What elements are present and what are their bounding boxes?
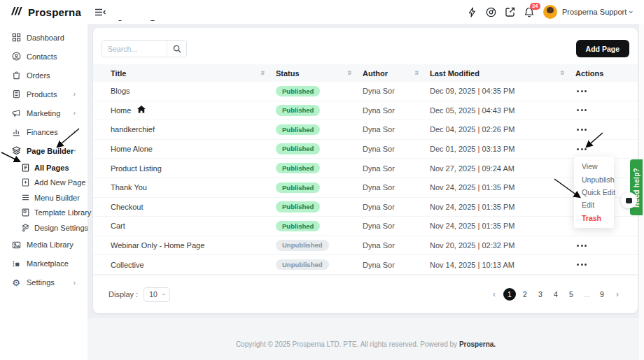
- page-button-4[interactable]: 4: [550, 288, 562, 301]
- template-card-icon: [21, 208, 29, 217]
- page-button-1[interactable]: 1: [503, 288, 516, 301]
- menu-item-edit[interactable]: Edit: [574, 199, 614, 211]
- dashboard-grid-icon: [11, 33, 21, 42]
- row-actions-ellipsis-icon[interactable]: [575, 242, 588, 250]
- external-link-icon[interactable]: [505, 7, 515, 17]
- bolt-icon[interactable]: [468, 7, 477, 17]
- menu-item-view[interactable]: View: [574, 160, 614, 173]
- table-row: Product Listing Published Dyna Sor Nov 2…: [93, 159, 638, 178]
- sidebar-item-media-library[interactable]: Media Library: [0, 236, 88, 254]
- sidebar-item-marketing[interactable]: Marketing ›: [0, 103, 88, 122]
- status-badge: Published: [276, 143, 320, 154]
- page-button-5[interactable]: 5: [565, 288, 578, 301]
- row-actions-ellipsis-icon[interactable]: [575, 145, 588, 153]
- next-page-button[interactable]: ›: [611, 288, 624, 301]
- contacts-person-icon: [11, 52, 21, 61]
- sidebar-item-products[interactable]: Products ›: [0, 85, 88, 103]
- row-actions-ellipsis-icon[interactable]: [575, 261, 588, 268]
- sidebar-item-orders[interactable]: Orders: [0, 66, 88, 85]
- sidebar-item-template-library[interactable]: Template Library: [0, 206, 88, 221]
- prosperna-logo-icon: [11, 7, 23, 17]
- search-input[interactable]: [102, 41, 167, 57]
- status-badge: Unpublished: [276, 259, 329, 271]
- add-page-button[interactable]: Add Page: [576, 40, 629, 57]
- status-badge: Unpublished: [276, 240, 329, 251]
- page-button-2[interactable]: 2: [519, 288, 531, 301]
- prev-page-button[interactable]: ‹: [488, 288, 500, 301]
- sort-icon[interactable]: [260, 70, 265, 76]
- file-icon: [21, 164, 29, 172]
- row-actions-menu: View Unpublish Quick Edit Edit Trash: [574, 157, 614, 228]
- marketplace-store-icon: [11, 259, 21, 268]
- sidebar-item-page-builder[interactable]: Page Builder ›: [0, 141, 88, 160]
- sidebar-item-menu-builder[interactable]: Menu Builder: [0, 190, 88, 206]
- chevron-right-icon: ›: [74, 90, 76, 98]
- chevron-right-icon: ›: [74, 279, 76, 287]
- table-row: Checkout Published Dyna Sor Nov 24, 2025…: [93, 198, 638, 217]
- top-bar: Prosperna 24 Prosperna Support ›: [0, 0, 644, 24]
- table-row: Blogs Published Dyna Sor Dec 09, 2025 | …: [93, 82, 638, 101]
- sidebar-item-add-new-page[interactable]: Add New Page: [0, 175, 88, 191]
- status-badge: Published: [276, 86, 320, 97]
- user-name: Prosperna Support: [562, 8, 626, 16]
- table-header: Title Status Author Last Modified Action…: [93, 64, 638, 82]
- row-actions-ellipsis-icon[interactable]: [575, 87, 588, 95]
- column-last-modified[interactable]: Last Modified: [430, 69, 575, 78]
- table-row: handkerchief Published Dyna Sor Dec 04, …: [93, 120, 638, 140]
- logo[interactable]: Prosperna: [0, 6, 88, 18]
- table-row: Collective Unpublished Dyna Sor Nov 14, …: [93, 255, 638, 275]
- sidebar-item-design-settings[interactable]: Design Settings: [0, 220, 88, 236]
- status-badge: Published: [276, 105, 320, 116]
- sort-icon[interactable]: [414, 70, 419, 76]
- page-builder-submenu: All Pages Add New Page Menu Builder Temp…: [0, 160, 88, 236]
- page-button-3[interactable]: 3: [534, 288, 547, 301]
- settings-gear-icon: ⚙: [11, 278, 21, 287]
- footer-strip: [88, 318, 644, 360]
- status-badge: Published: [276, 221, 320, 232]
- chevron-down-icon: ›: [71, 150, 78, 152]
- pages-table-card: Add Page Title Status Author Last Modifi…: [93, 28, 638, 313]
- footer-brand: Prosperna.: [459, 340, 496, 348]
- chat-bubble-icon[interactable]: [621, 192, 637, 208]
- column-title[interactable]: Title: [111, 69, 276, 78]
- sidebar-item-contacts[interactable]: Contacts: [0, 47, 88, 66]
- menu-item-quick-edit[interactable]: Quick Edit: [574, 186, 614, 199]
- sidebar-item-finances[interactable]: Finances ›: [0, 122, 88, 141]
- sidebar-item-dashboard[interactable]: Dashboard: [0, 28, 88, 47]
- table-row: Home Alone Published Dyna Sor Dec 01, 20…: [93, 140, 638, 159]
- notification-badge: 24: [530, 3, 540, 10]
- table-footer: Display : 10 › ‹ 1 2 3 4 5 ... 9 ›: [93, 275, 638, 313]
- row-actions-ellipsis-icon[interactable]: [575, 106, 588, 114]
- row-actions-ellipsis-icon[interactable]: [575, 126, 588, 134]
- column-actions: Actions: [575, 69, 629, 78]
- table-row: Thank You Published Dyna Sor Nov 24, 202…: [93, 178, 638, 198]
- column-status[interactable]: Status: [276, 69, 363, 78]
- search-icon[interactable]: [167, 41, 186, 57]
- sort-icon[interactable]: [346, 70, 351, 76]
- page-button-9[interactable]: 9: [596, 288, 608, 301]
- file-plus-icon: [21, 178, 29, 187]
- menu-item-unpublish[interactable]: Unpublish: [574, 173, 614, 185]
- page-size-select[interactable]: 10 ›: [144, 287, 170, 302]
- table-toolbar: Add Page: [102, 40, 629, 57]
- marketing-megaphone-icon: [11, 108, 21, 117]
- sidebar-item-settings[interactable]: ⚙ Settings ›: [0, 273, 88, 292]
- sidebar-item-marketplace[interactable]: Marketplace: [0, 254, 88, 273]
- menu-item-trash[interactable]: Trash: [574, 212, 614, 224]
- logo-text: Prosperna: [28, 6, 81, 18]
- sidebar-collapse-icon[interactable]: [95, 8, 106, 16]
- chevron-down-icon: ›: [160, 294, 167, 296]
- avatar[interactable]: [543, 5, 557, 19]
- sort-icon[interactable]: [559, 70, 564, 76]
- sidebar: Dashboard Contacts Orders Products › Mar…: [0, 24, 88, 360]
- design-layers-icon: [21, 224, 29, 232]
- status-badge: Published: [276, 124, 320, 136]
- column-author[interactable]: Author: [363, 69, 430, 78]
- sidebar-item-all-pages[interactable]: All Pages: [0, 160, 88, 175]
- bell-icon[interactable]: 24: [524, 7, 534, 17]
- copyright-footer: Copyright © 2025 Prosperna LTD. PTE. All…: [88, 340, 644, 348]
- orders-bag-icon: [11, 71, 21, 80]
- chevron-down-icon[interactable]: ›: [627, 10, 636, 13]
- status-badge: Published: [276, 182, 320, 194]
- target-icon[interactable]: [486, 7, 496, 17]
